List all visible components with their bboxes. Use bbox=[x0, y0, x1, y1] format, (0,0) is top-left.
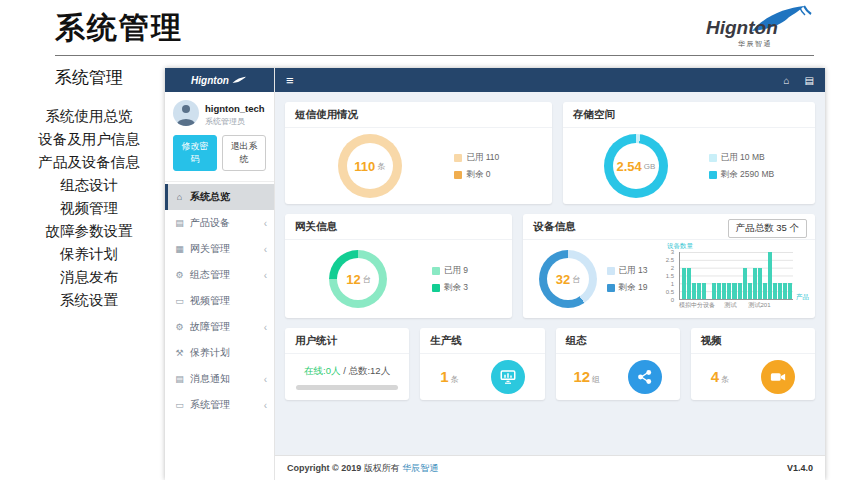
sidebar-logo: Hignton bbox=[165, 68, 274, 92]
legend-swatch bbox=[454, 171, 462, 179]
left-menu-list: 系统使用总览设备及用户信息产品及设备信息组态设计视频管理故障参数设置保养计划消息… bbox=[18, 105, 160, 312]
card-title: 视频 bbox=[691, 328, 815, 354]
left-menu-item: 产品及设备信息 bbox=[18, 151, 160, 174]
chevron-left-icon: ‹ bbox=[264, 218, 267, 229]
avatar bbox=[173, 100, 199, 126]
sidebar-item[interactable]: ▤消息通知‹ bbox=[165, 366, 274, 392]
change-password-button[interactable]: 修改密码 bbox=[173, 135, 217, 171]
bar bbox=[763, 283, 767, 299]
y-tick-label: 3 bbox=[671, 249, 674, 255]
sidebar-menu: ⌂系统总览▤产品设备‹▦网关管理‹⚙组态管理‹▭视频管理⚙故障管理‹⚒保养计划▤… bbox=[165, 182, 274, 480]
page: 系统管理 Hignton 华辰智通 系统管理 系统使用总览设备及用户信息产品及设… bbox=[0, 0, 842, 480]
book-icon: ▤ bbox=[174, 374, 185, 384]
bar bbox=[753, 268, 757, 299]
video-camera-icon bbox=[761, 360, 795, 394]
book-icon: ▤ bbox=[174, 218, 185, 228]
x-tick-label: 测试 bbox=[725, 301, 737, 310]
username: hignton_tech bbox=[205, 103, 265, 114]
left-menu-item: 视频管理 bbox=[18, 197, 160, 220]
copyright-text: Copyright © 2019 版权所有 华辰智通 bbox=[287, 462, 438, 475]
legend-swatch bbox=[709, 171, 717, 179]
left-menu-item: 故障参数设置 bbox=[18, 220, 160, 243]
monitor-icon: ▭ bbox=[174, 400, 185, 410]
card-title: 生产线 bbox=[420, 328, 544, 354]
left-menu-item: 组态设计 bbox=[18, 174, 160, 197]
bar bbox=[748, 283, 752, 299]
left-menu-item: 保养计划 bbox=[18, 243, 160, 266]
sidebar-item[interactable]: ▭视频管理 bbox=[165, 288, 274, 314]
legend-swatch bbox=[607, 267, 615, 275]
user-role: 系统管理员 bbox=[205, 116, 265, 127]
card-title: 用户统计 bbox=[285, 328, 409, 354]
sidebar-item[interactable]: ▤产品设备‹ bbox=[165, 210, 274, 236]
legend-swatch bbox=[454, 154, 462, 162]
sidebar-item-label: 视频管理 bbox=[190, 294, 267, 308]
device-donut-chart: 32台 bbox=[539, 250, 597, 308]
home-icon: ⌂ bbox=[174, 192, 185, 202]
hamburger-menu-icon[interactable]: ≡ bbox=[286, 73, 294, 88]
bar bbox=[722, 283, 726, 299]
sidebar-item[interactable]: ⚙故障管理‹ bbox=[165, 314, 274, 340]
card-user-stats: 用户统计 在线:0人 / 总数:12人 bbox=[285, 328, 409, 400]
main-area: ≡ ⌂ ▤ 短信使用情况 110条 bbox=[275, 68, 825, 480]
bar bbox=[702, 283, 706, 299]
chevron-left-icon: ‹ bbox=[264, 270, 267, 281]
top-navbar: ≡ ⌂ ▤ bbox=[275, 68, 825, 92]
sidebar-item[interactable]: ⚒保养计划 bbox=[165, 340, 274, 366]
production-count: 1条 bbox=[440, 368, 458, 386]
card-storage: 存储空间 2.54GB 已用 10 MB 剩余 2590 MB bbox=[563, 102, 815, 204]
document-icon[interactable]: ▤ bbox=[805, 75, 814, 86]
y-tick-label: 2 bbox=[671, 265, 674, 271]
bar bbox=[773, 283, 777, 299]
gateway-legend: 已用 9 剩余 3 bbox=[432, 265, 468, 294]
sidebar-item-label: 系统管理 bbox=[190, 398, 259, 412]
bar bbox=[768, 252, 772, 299]
brand-name: Hignton bbox=[706, 17, 778, 39]
sidebar-item[interactable]: ▭系统管理‹ bbox=[165, 392, 274, 418]
configuration-count: 12组 bbox=[573, 368, 600, 386]
sidebar-item[interactable]: ⚙组态管理‹ bbox=[165, 262, 274, 288]
bar bbox=[783, 283, 787, 299]
dashboard-footer: Copyright © 2019 版权所有 华辰智通 V1.4.0 bbox=[275, 455, 825, 480]
bar bbox=[687, 268, 691, 299]
logout-button[interactable]: 退出系统 bbox=[222, 135, 266, 171]
left-menu-item: 系统设置 bbox=[18, 289, 160, 312]
dashboard-screenshot: Hignton hignton_tech 系统管理员 修改密码 退出系统 ⌂系统… bbox=[165, 68, 825, 480]
bar bbox=[717, 283, 721, 299]
production-monitor-icon bbox=[491, 360, 525, 394]
chevron-left-icon: ‹ bbox=[264, 400, 267, 411]
device-bars bbox=[682, 252, 792, 299]
legend-swatch bbox=[709, 154, 717, 162]
legend-swatch bbox=[432, 267, 440, 275]
bar bbox=[727, 283, 731, 299]
sidebar-item-label: 产品设备 bbox=[190, 216, 259, 230]
user-panel: hignton_tech 系统管理员 bbox=[165, 92, 274, 129]
y-tick-label: 2.5 bbox=[666, 257, 674, 263]
page-title: 系统管理 bbox=[55, 8, 183, 49]
card-device-info: 设备信息 产品总数 35 个 32台 已用 13 剩余 19 bbox=[523, 214, 815, 318]
left-menu-item: 设备及用户信息 bbox=[18, 128, 160, 151]
card-sms-usage: 短信使用情况 110条 已用 110 剩余 0 bbox=[285, 102, 552, 204]
wrench-icon: ⚒ bbox=[174, 348, 185, 358]
chart-plot-area bbox=[679, 252, 793, 300]
sidebar-item-label: 保养计划 bbox=[190, 346, 267, 360]
bar bbox=[732, 283, 736, 299]
left-menu-item: 系统使用总览 bbox=[18, 105, 160, 128]
version-label: V1.4.0 bbox=[787, 463, 813, 473]
sidebar-item[interactable]: ⌂系统总览 bbox=[165, 184, 274, 210]
device-legend: 已用 13 剩余 19 bbox=[607, 265, 648, 294]
x-tick-label: 测试201 bbox=[749, 301, 771, 310]
home-icon[interactable]: ⌂ bbox=[784, 75, 790, 86]
card-title: 网关信息 bbox=[285, 214, 512, 240]
device-yticks: 32.521.510.50 bbox=[657, 249, 677, 303]
card-gateway-info: 网关信息 12台 已用 9 剩余 3 bbox=[285, 214, 512, 318]
chevron-left-icon: ‹ bbox=[264, 322, 267, 333]
y-tick-label: 0.5 bbox=[666, 289, 674, 295]
sidebar-item[interactable]: ▦网关管理‹ bbox=[165, 236, 274, 262]
y-tick-label: 1 bbox=[671, 281, 674, 287]
company-link[interactable]: 华辰智通 bbox=[402, 463, 438, 473]
monitor-icon: ▭ bbox=[174, 296, 185, 306]
product-total-badge: 产品总数 35 个 bbox=[728, 219, 807, 238]
sidebar-item-label: 网关管理 bbox=[190, 242, 259, 256]
device-bar-chart: 设备数量 32.521.510.50 模拟中分设备测试测试201 产品 bbox=[657, 241, 809, 317]
